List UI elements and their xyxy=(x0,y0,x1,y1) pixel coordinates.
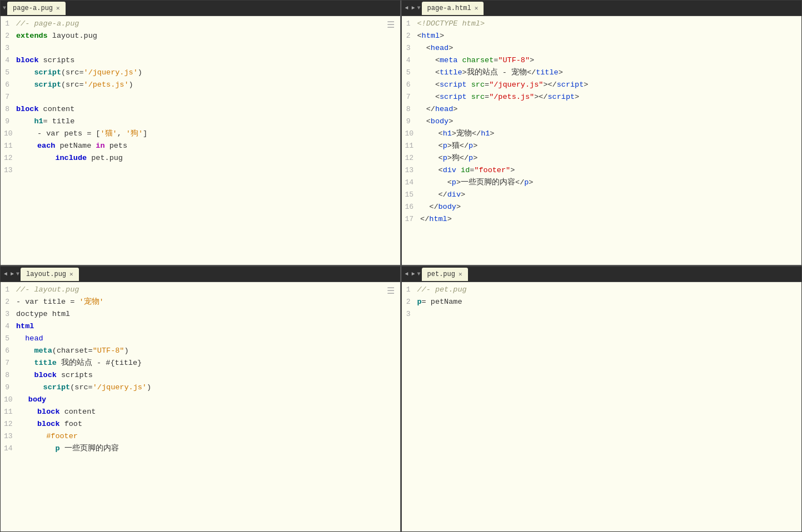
nav-right-bl[interactable]: ► xyxy=(9,271,15,277)
line-content: block foot xyxy=(19,419,400,430)
line-number: 1 xyxy=(402,284,417,295)
nav-right-br[interactable]: ► xyxy=(411,271,416,277)
line-number: 13 xyxy=(1,165,19,176)
line-content: p= petName xyxy=(417,297,802,308)
code-area-bottom-left: ☰ 1//- layout.pug2- var title = '宠物'3doc… xyxy=(1,282,400,531)
line-content: </body> xyxy=(420,202,801,213)
line-number: 6 xyxy=(1,79,16,91)
tab-layout-pug[interactable]: layout.pug ✕ xyxy=(21,268,79,281)
table-row: 7 xyxy=(1,92,400,104)
line-content: #footer xyxy=(19,431,400,443)
table-row: 3 <head> xyxy=(402,43,802,55)
nav-left-br[interactable]: ◄ xyxy=(404,271,410,277)
line-content: - var title = '宠物' xyxy=(16,297,400,308)
line-content: block content xyxy=(16,104,400,116)
code-area-top-right: 1<!DOCTYPE html>2<html>3 <head>4 <meta c… xyxy=(402,16,802,265)
table-row: 12 block foot xyxy=(1,419,400,431)
table-row: 6 script(src='/pets.js') xyxy=(1,79,400,92)
tab-close-bottom-left[interactable]: ✕ xyxy=(69,270,73,278)
line-content: doctype html xyxy=(16,309,400,320)
line-content: <script src="/jquery.js"></script> xyxy=(417,79,802,91)
line-content: block scripts xyxy=(16,55,400,67)
line-number: 9 xyxy=(1,116,16,127)
line-content: block content xyxy=(19,406,400,418)
line-content: <p>一些页脚的内容</p> xyxy=(420,177,801,189)
line-content: script(src='/pets.js') xyxy=(16,79,400,91)
table-row: 14 p 一些页脚的内容 xyxy=(1,443,400,455)
line-number: 12 xyxy=(402,153,421,164)
line-content: title 我的站点 - #{title} xyxy=(16,358,400,369)
tab-close-bottom-right[interactable]: ✕ xyxy=(459,270,462,278)
tab-label-layout-pug: layout.pug xyxy=(26,270,66,278)
tab-close-top-left[interactable]: ✕ xyxy=(56,4,60,12)
nav-triangle-br[interactable]: ▼ xyxy=(417,271,421,277)
line-number: 4 xyxy=(1,321,16,332)
nav-left-bl[interactable]: ◄ xyxy=(3,271,8,277)
line-number: 9 xyxy=(1,382,16,393)
table-row: 6 <script src="/jquery.js"></script> xyxy=(402,79,802,92)
tab-label-page-a-html: page-a.html xyxy=(427,4,471,12)
line-number: 16 xyxy=(402,202,421,213)
line-number: 5 xyxy=(402,67,417,78)
line-number: 10 xyxy=(1,394,19,405)
line-content: <body> xyxy=(417,116,802,128)
table-row: 10 <h1>宠物</h1> xyxy=(402,128,802,140)
table-row: 12 include pet.pug xyxy=(1,153,400,165)
line-content: p 一些页脚的内容 xyxy=(19,443,400,455)
table-row: 3 xyxy=(1,43,400,55)
line-number: 13 xyxy=(402,165,421,176)
code-lines-bottom-right: 1//- pet.pug2p= petName3 xyxy=(402,284,802,321)
nav-triangle-bl[interactable]: ▼ xyxy=(16,271,19,277)
line-content: <!DOCTYPE html> xyxy=(417,18,802,30)
toolbar-icon-tl[interactable]: ☰ xyxy=(387,19,395,31)
line-number: 4 xyxy=(1,55,16,66)
pane-bottom-right: ◄ ► ▼ pet.pug ✕ 1//- pet.pug2p= petName3 xyxy=(401,266,803,532)
nav-left-tr[interactable]: ◄ xyxy=(404,5,410,11)
line-number: 2 xyxy=(1,297,16,308)
line-content: extends layout.pug xyxy=(16,31,400,42)
table-row: 4block scripts xyxy=(1,55,400,67)
toolbar-icon-bl[interactable]: ☰ xyxy=(387,285,395,297)
line-content: //- page-a.pug xyxy=(16,18,400,30)
table-row: 4 <meta charset="UTF-8"> xyxy=(402,55,802,67)
tab-pet-pug[interactable]: pet.pug ✕ xyxy=(422,268,468,281)
table-row: 2extends layout.pug xyxy=(1,31,400,43)
table-row: 11 block content xyxy=(1,406,400,419)
line-content: each petName in pets xyxy=(19,140,400,152)
table-row: 1<!DOCTYPE html> xyxy=(402,18,802,31)
nav-right-tr[interactable]: ► xyxy=(411,5,416,11)
line-number: 7 xyxy=(402,92,417,103)
table-row: 9 script(src='/jquery.js') xyxy=(1,382,400,394)
tab-page-a-pug[interactable]: page-a.pug ✕ xyxy=(7,2,66,15)
nav-triangle-tr[interactable]: ▼ xyxy=(417,5,421,11)
line-number: 3 xyxy=(1,43,16,54)
line-number: 7 xyxy=(1,358,16,369)
table-row: 6 meta(charset="UTF-8") xyxy=(1,345,400,358)
table-row: 13 <div id="footer"> xyxy=(402,165,802,177)
line-content: script(src='/jquery.js') xyxy=(16,382,400,394)
line-content: <p>狗</p> xyxy=(420,153,801,164)
nav-triangle-tl[interactable]: ▼ xyxy=(3,5,6,11)
line-number: 17 xyxy=(402,214,421,225)
line-number: 8 xyxy=(402,104,417,115)
line-number: 7 xyxy=(1,92,16,103)
table-row: 9 <body> xyxy=(402,116,802,128)
line-number: 5 xyxy=(1,67,16,78)
table-row: 8block content xyxy=(1,104,400,116)
table-row: 11 <p>猫</p> xyxy=(402,140,802,153)
line-content: <div id="footer"> xyxy=(420,165,801,177)
line-content: </html> xyxy=(420,214,801,225)
line-content: </div> xyxy=(420,189,801,201)
line-number: 3 xyxy=(1,309,16,320)
tab-page-a-html[interactable]: page-a.html ✕ xyxy=(422,2,484,15)
line-content: script(src='/jquery.js') xyxy=(16,67,400,79)
line-number: 11 xyxy=(1,140,19,152)
table-row: 13 xyxy=(1,165,400,177)
tab-close-top-right[interactable]: ✕ xyxy=(475,4,479,12)
line-content: include pet.pug xyxy=(19,153,400,164)
line-number: 6 xyxy=(402,79,417,91)
code-lines-bottom-left: 1//- layout.pug2- var title = '宠物'3docty… xyxy=(1,284,400,455)
line-content: <p>猫</p> xyxy=(420,140,801,152)
code-lines-top-left: 1//- page-a.pug2extends layout.pug34bloc… xyxy=(1,18,400,177)
line-content: <h1>宠物</h1> xyxy=(420,128,801,140)
